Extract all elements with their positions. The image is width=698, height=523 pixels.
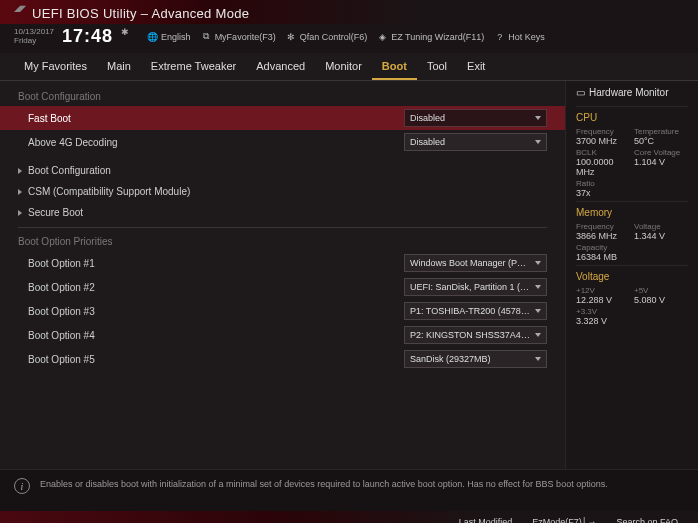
voltage-section: Voltage [576,265,688,286]
language-selector[interactable]: 🌐 English [147,31,191,42]
hotkeys-button[interactable]: ? Hot Keys [494,31,545,42]
above-4g-select[interactable]: Disabled [404,133,547,151]
footer: Last Modified EzMode(F7)│→ Search on FAQ… [0,511,698,523]
chevron-right-icon [18,210,22,216]
header-bar: ◢◤ UEFI BIOS Utility – Advanced Mode [0,0,698,24]
sub-bar: 10/13/2017 Friday 17:48 ✱ 🌐 English ⧉ My… [0,24,698,53]
tab-boot[interactable]: Boot [372,53,417,80]
tab-exit[interactable]: Exit [457,53,495,80]
globe-icon: 🌐 [147,31,158,42]
star-icon: ⧉ [201,31,212,42]
help-text: Enables or disables boot with initializa… [40,478,608,491]
above-4g-label: Above 4G Decoding [28,137,404,148]
boot-option-row[interactable]: Boot Option #1 Windows Boot Manager (P2:… [0,251,565,275]
chevron-down-icon [535,285,541,289]
boot-option-5-select[interactable]: SanDisk (29327MB) [404,350,547,368]
boot-option-2-select[interactable]: UEFI: SanDisk, Partition 1 (2932 [404,278,547,296]
fan-icon: ✻ [286,31,297,42]
monitor-icon: ▭ [576,87,585,98]
boot-config-header: Boot Configuration [0,87,565,106]
clock: 17:48 [62,26,113,47]
chevron-down-icon [535,309,541,313]
qfan-button[interactable]: ✻ Qfan Control(F6) [286,31,368,42]
search-faq-button[interactable]: Search on FAQ [616,517,678,523]
chevron-right-icon [18,168,22,174]
tab-myfavorites[interactable]: My Favorites [14,53,97,80]
boot-option-3-select[interactable]: P1: TOSHIBA-TR200 (457862ME [404,302,547,320]
boot-priorities-header: Boot Option Priorities [0,232,565,251]
main-panel: Boot Configuration Fast Boot Disabled Ab… [0,81,565,469]
hardware-monitor-title: ▭ Hardware Monitor [576,87,688,103]
divider [18,227,547,228]
chevron-down-icon [535,333,541,337]
tab-advanced[interactable]: Advanced [246,53,315,80]
hardware-monitor-panel: ▭ Hardware Monitor CPU Frequency3700 MHz… [565,81,698,469]
boot-configuration-expand[interactable]: Boot Configuration [0,160,565,181]
fast-boot-row[interactable]: Fast Boot Disabled [0,106,565,130]
boot-option-1-select[interactable]: Windows Boot Manager (P2: KIN [404,254,547,272]
tab-monitor[interactable]: Monitor [315,53,372,80]
boot-option-4-select[interactable]: P2: KINGSTON SHSS37A480G (4 [404,326,547,344]
above-4g-row[interactable]: Above 4G Decoding Disabled [0,130,565,154]
tab-main[interactable]: Main [97,53,141,80]
wizard-icon: ◈ [377,31,388,42]
memory-section: Memory [576,201,688,222]
boot-option-row[interactable]: Boot Option #4 P2: KINGSTON SHSS37A480G … [0,323,565,347]
secure-boot-expand[interactable]: Secure Boot [0,202,565,223]
fast-boot-label: Fast Boot [28,113,404,124]
myfavorite-button[interactable]: ⧉ MyFavorite(F3) [201,31,276,42]
day-text: Friday [14,37,54,46]
boot-option-row[interactable]: Boot Option #5 SanDisk (29327MB) [0,347,565,371]
tab-tool[interactable]: Tool [417,53,457,80]
info-icon: i [14,478,30,494]
chevron-down-icon [535,261,541,265]
csm-expand[interactable]: CSM (Compatibility Support Module) [0,181,565,202]
help-bar: i Enables or disables boot with initiali… [0,469,698,511]
eztuning-button[interactable]: ◈ EZ Tuning Wizard(F11) [377,31,484,42]
gear-icon[interactable]: ✱ [121,27,129,37]
main-tabs: My Favorites Main Extreme Tweaker Advanc… [0,53,698,81]
boot-option-row[interactable]: Boot Option #3 P1: TOSHIBA-TR200 (457862… [0,299,565,323]
ezmode-button[interactable]: EzMode(F7)│→ [532,517,596,523]
chevron-down-icon [535,140,541,144]
question-icon: ? [494,31,505,42]
chevron-down-icon [535,116,541,120]
app-title: UEFI BIOS Utility – Advanced Mode [32,6,249,21]
last-modified-button[interactable]: Last Modified [459,517,513,523]
cpu-section: CPU [576,106,688,127]
chevron-right-icon [18,189,22,195]
chevron-down-icon [535,357,541,361]
rog-logo: ◢◤ [14,4,26,13]
boot-option-row[interactable]: Boot Option #2 UEFI: SanDisk, Partition … [0,275,565,299]
fast-boot-select[interactable]: Disabled [404,109,547,127]
tab-extreme-tweaker[interactable]: Extreme Tweaker [141,53,246,80]
